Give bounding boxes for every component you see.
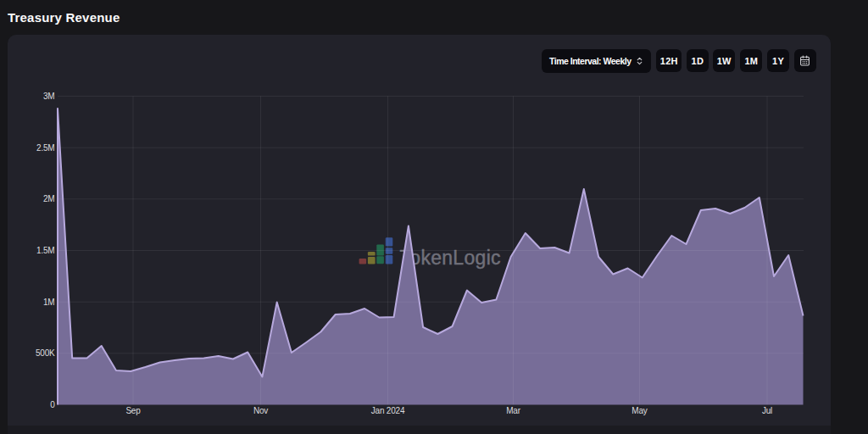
svg-text:2M: 2M	[43, 194, 55, 203]
svg-text:Sep: Sep	[125, 406, 141, 415]
svg-text:500K: 500K	[36, 348, 55, 358]
svg-text:2.5M: 2.5M	[36, 143, 54, 153]
svg-text:1M: 1M	[43, 298, 55, 307]
svg-text:Jul: Jul	[762, 406, 772, 415]
svg-text:Nov: Nov	[253, 406, 268, 415]
svg-text:1.5M: 1.5M	[36, 246, 54, 255]
svg-text:May: May	[632, 406, 647, 415]
svg-text:Mar: Mar	[506, 406, 520, 415]
svg-text:0: 0	[50, 400, 55, 409]
svg-text:Jan 2024: Jan 2024	[371, 406, 405, 415]
svg-text:3M: 3M	[43, 92, 55, 101]
